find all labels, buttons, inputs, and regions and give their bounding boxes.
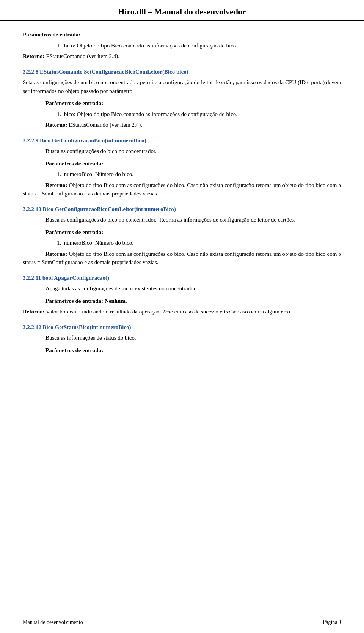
list-number: 1. [57,240,64,246]
section-heading-32211: 3.2.2.11 bool ApagarConfiguracao() [23,274,341,282]
section-heading-32212: 3.2.2.12 Bico GetStatusBico(int numeroBi… [23,323,341,332]
section-desc-32210: Busca as configurações do bico no concen… [46,216,341,224]
retorno-3a: Retorno: Objeto do tipo Bico com as conf… [23,181,341,198]
list-item: 1. bico: Objeto do tipo Bico contendo as… [57,41,341,50]
footer-left: Manual de desenvolvimento [23,619,83,625]
retorno-line-1: Retorno: EStatusComando (ver ítem 2.4). [23,52,341,61]
list-number: 1. [57,171,64,177]
section-desc-32211: Apaga todas as configurações de bicos ex… [46,284,341,293]
retorno-label: Retorno: [23,53,44,59]
list-number: 1. [57,111,64,117]
params-label-3: Parâmetros de entrada: [46,159,341,168]
params-label-5: Parâmetros de entrada: Nenhum. [46,297,341,305]
page: Hiro.dll – Manual do desenvolvedor Parâm… [0,0,364,633]
list-number: 1. [57,43,64,49]
retorno-label: Retorno: [23,309,44,315]
params-label-top: Parâmetros de entrada: [23,30,341,39]
section-desc-3228: Seta as configurações de um bico no conc… [23,78,341,95]
section-heading-3228: 3.2.2.8 EStatusComando SetConfiguracaoBi… [23,68,341,76]
retorno-5: Retorno: Valor booleano indicando o resu… [23,307,341,316]
list-text: bico: Objeto do tipo Bico contendo as in… [64,43,237,49]
page-title: Hiro.dll – Manual do desenvolvedor [23,7,341,17]
section-desc-32212: Busca as informações de status do bico. [46,334,341,342]
list-text: bico: Objeto do tipo Bico contendo as in… [64,111,237,117]
params-label-6: Parâmetros de entrada: [46,346,341,355]
retorno-label: Retorno: [46,251,67,257]
params-label-4: Parâmetros de entrada: [46,228,341,237]
retorno-label: Retorno: [46,182,67,188]
footer-right: Página 9 [323,619,341,625]
params-label-text: Parâmetros de entrada: [46,298,103,304]
list-item: 1. numeroBico: Número do bico. [57,239,341,247]
false-italic: False [224,309,236,315]
list-item: 1. numeroBico: Número do bico. [57,170,341,179]
section-desc-3229: Busca as configurações do bico no concen… [46,147,341,156]
retorno-label: Retorno: [46,122,67,128]
list-text: numeroBico: Número do bico. [64,240,133,246]
section-heading-32210: 3.2.2.10 Bico GetConfiguracaoBicoComLeit… [23,205,341,214]
true-italic: True [162,309,173,315]
list-text: numeroBico: Número do bico. [64,171,133,177]
params-label-2: Parâmetros de entrada: [46,99,341,108]
list-item: 1. bico: Objeto do tipo Bico contendo as… [57,110,341,119]
retorno-line-2: Retorno: EStatusComando (ver ítem 2.4). [46,121,341,129]
page-footer: Manual de desenvolvimento Página 9 [23,617,341,625]
section-heading-3229: 3.2.2.9 Bico GetConfiguracaoBico(int num… [23,136,341,145]
page-content: Parâmetros de entrada: 1. bico: Objeto d… [0,30,364,379]
retorno-4a: Retorno: Objeto do tipo Bico com as conf… [23,250,341,267]
page-header: Hiro.dll – Manual do desenvolvedor [0,0,364,21]
section-number: 3.2.2.8 EStatusComando SetConfiguracaoBi… [23,69,188,75]
